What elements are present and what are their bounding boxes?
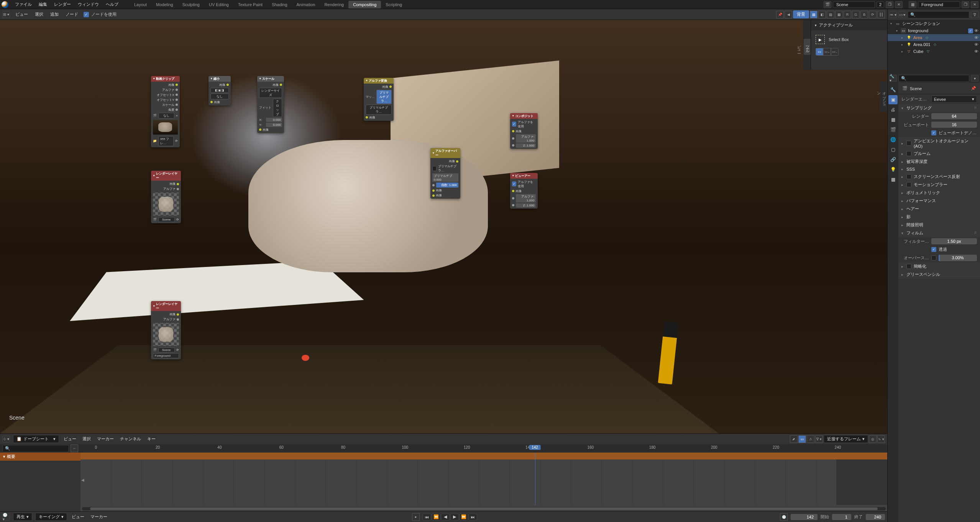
channel-color-icon[interactable]: ◧	[818, 11, 826, 18]
active-tool-header[interactable]: アクティブツール	[811, 20, 887, 30]
prop-tab-data[interactable]: 💡	[888, 165, 898, 174]
prop-tab-render[interactable]: ▣	[888, 95, 898, 104]
panel-motionblur[interactable]: モーションブラー	[898, 181, 980, 189]
overscan-checkbox[interactable]	[931, 255, 936, 260]
side-tab-options[interactable]: オプション	[875, 85, 887, 112]
outliner-object-area[interactable]: ▸ 💡 Area ◇ 👁	[888, 34, 980, 41]
node-composite[interactable]: コンポジット ✓アルファを使用 画像 アルファ: 1.000 Z: 1.000	[510, 113, 538, 149]
panel-performance[interactable]: パフォーマンス	[898, 197, 980, 205]
current-frame-field[interactable]: 142	[791, 514, 817, 520]
outliner-scene-collection[interactable]: ▾▭ シーンコレクション	[888, 20, 980, 27]
workspace-tab-modeling[interactable]: Modeling	[151, 1, 178, 8]
tl-menu-marker[interactable]: マーカー	[95, 435, 115, 443]
eye-icon[interactable]: 👁	[974, 35, 978, 40]
channel-g-button[interactable]: G	[852, 11, 860, 18]
unlink-scene-icon[interactable]: ✕	[895, 1, 903, 8]
tl-horizontal-scrollbar[interactable]	[82, 507, 886, 510]
panel-hair[interactable]: ヘアー	[898, 205, 980, 213]
prop-tab-texture[interactable]: ▩	[888, 175, 898, 184]
tl-footer-editor-type[interactable]: 🕒 ▾	[2, 514, 10, 520]
pin-icon[interactable]: 📌	[971, 86, 976, 91]
tl-filter-icon[interactable]: ∇ ▾	[815, 435, 823, 443]
outliner-display-mode[interactable]: ▭ ▾	[898, 11, 906, 18]
comp-menu-view[interactable]: ビュー	[14, 11, 30, 18]
workspace-tab-shading[interactable]: Shading	[267, 1, 292, 8]
tl-snap-mode[interactable]: 近接するフレーム ▾	[824, 435, 868, 443]
tl-menu-select[interactable]: 選択	[81, 435, 92, 443]
browse-viewlayer-icon[interactable]: ▦	[909, 1, 916, 8]
node-renderlayers-1[interactable]: レンダーレイヤー 画像 アルファ 🎬Scene⟳	[151, 171, 181, 223]
tl-summary-channel[interactable]: ▾概要	[0, 453, 80, 461]
select-mode-new-icon[interactable]: ▭	[816, 48, 823, 56]
tl-menu-key[interactable]: キー	[146, 435, 157, 443]
panel-sampling[interactable]: サンプリング⠿	[898, 104, 980, 112]
menu-help[interactable]: ヘルプ	[102, 0, 122, 9]
tl-selmode-box-icon[interactable]: ▭	[798, 435, 806, 443]
menu-window[interactable]: ウィンドウ	[74, 0, 102, 9]
workspace-tab-rendering[interactable]: Rendering	[320, 1, 348, 8]
browse-scene-icon[interactable]: 🎬	[824, 1, 831, 8]
play-icon[interactable]: ▶	[450, 514, 459, 520]
time-remap-icon[interactable]: 🕒	[780, 513, 788, 521]
prop-tab-scene[interactable]: 🎬	[888, 125, 898, 134]
new-scene-icon[interactable]: ❐	[886, 1, 893, 8]
panel-film[interactable]: フィルム⠿	[898, 229, 980, 237]
tl-selmode-tweak-icon[interactable]: ⬈	[790, 435, 798, 443]
comp-menu-select[interactable]: 選択	[33, 11, 45, 18]
tl-footer-playback-menu[interactable]: 再生 ▾	[13, 513, 32, 521]
prop-tab-object[interactable]: ▢	[888, 145, 898, 154]
workspace-tab-compositing[interactable]: Compositing	[348, 1, 381, 8]
panel-dof[interactable]: 被写界深度	[898, 158, 980, 166]
props-editor-type[interactable]: 🔧 ▾	[889, 75, 897, 82]
tl-footer-keying-menu[interactable]: キーイング ▾	[35, 513, 67, 521]
menu-file[interactable]: ファイル	[11, 0, 35, 9]
tl-menu-view[interactable]: ビュー	[62, 435, 78, 443]
panel-ssr[interactable]: スクリーンスペース反射	[898, 173, 980, 181]
node-alphaconvert[interactable]: アルファ変換 画像 マッ…プリマルチプラ… プリマルチプラ… 画像	[364, 78, 394, 121]
refresh-icon[interactable]: ⟳	[869, 11, 877, 18]
tl-show-errors-icon[interactable]: ⚠	[807, 435, 814, 443]
outliner-object-cube[interactable]: ▸ ▽ Cube ▽ 👁	[888, 48, 980, 55]
select-mode-subtract-icon[interactable]: ▭₋	[831, 48, 839, 56]
editor-type-selector[interactable]: ⊞ ▾	[2, 11, 10, 18]
start-frame-field[interactable]: 1	[832, 514, 851, 520]
prop-tab-constraints[interactable]: 🔗	[888, 155, 898, 164]
outliner-editor-type[interactable]: ≔ ▾	[889, 11, 897, 18]
menu-render[interactable]: レンダー	[51, 0, 74, 9]
tl-footer-marker-menu[interactable]: マーカー	[89, 513, 109, 520]
chevron-left-icon[interactable]: ◀	[785, 11, 792, 18]
workspace-tab-texturepaint[interactable]: Texture Paint	[233, 1, 267, 8]
eye-icon[interactable]: 👁	[974, 28, 978, 33]
play-reverse-icon[interactable]: ◀	[441, 514, 450, 520]
filter-size-field[interactable]: 1.50 px	[931, 238, 977, 244]
channel-b-button[interactable]: B	[860, 11, 868, 18]
viewport-denoise-checkbox[interactable]: ✓	[931, 130, 936, 135]
panel-indirect[interactable]: 間接照明	[898, 221, 980, 229]
jump-start-icon[interactable]: ⏮	[423, 514, 431, 520]
collection-enable-checkbox[interactable]: ✓	[968, 28, 973, 33]
use-nodes-toggle[interactable]: ✓ ノードを使用	[84, 12, 117, 17]
channel-alpha-icon[interactable]: ▨	[827, 11, 834, 18]
eye-icon[interactable]: 👁	[974, 49, 978, 54]
dopesheet-mode-selector[interactable]: 📋 ドープシート ▾	[13, 435, 59, 443]
panel-ao[interactable]: アンビエントオクルージョン(AO)	[898, 137, 980, 150]
tl-curve-handle-icon[interactable]: ∿ ▾	[877, 435, 885, 443]
compositor-canvas[interactable]: Scene 動画クリップ 画像 アルファ オフセットX オフセットY スケール …	[0, 20, 887, 433]
app-logo-icon[interactable]	[2, 1, 8, 8]
new-viewlayer-icon[interactable]: ❐	[962, 1, 969, 8]
panel-shadow[interactable]: 影	[898, 213, 980, 221]
tl-propedit-icon[interactable]: ◎	[869, 435, 877, 443]
timeline-ruler[interactable]: 020406080100120140160180200220240	[80, 444, 887, 453]
jump-end-icon[interactable]: ⏭	[469, 514, 477, 520]
channel-combined-icon[interactable]: ▧	[810, 11, 817, 18]
prop-tab-output[interactable]: 🖨	[888, 105, 898, 114]
outliner-collection-foreground[interactable]: ▾▭ foreground ✓👁	[888, 27, 980, 34]
pin-icon[interactable]: 📌	[776, 11, 784, 18]
outliner-search[interactable]: 🔍	[908, 11, 969, 18]
prop-tab-world[interactable]: 🌐	[888, 135, 898, 144]
side-tab-view[interactable]: ビュー	[795, 39, 802, 55]
tl-search-toggle-icon[interactable]: ↔	[71, 445, 78, 452]
workspace-tab-animation[interactable]: Animation	[292, 1, 320, 8]
autokey-icon[interactable]: ●	[412, 513, 420, 521]
panel-simplify[interactable]: 簡略化	[898, 262, 980, 270]
